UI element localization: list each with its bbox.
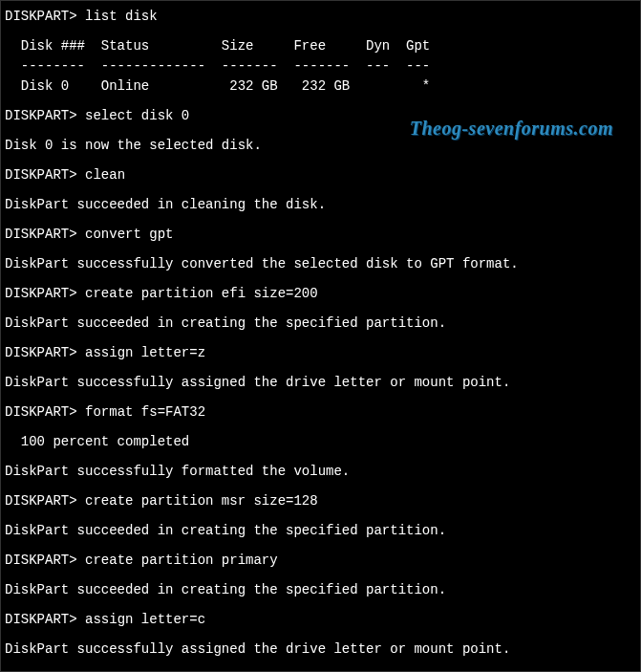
out-format-1: DiskPart successfully formatted the volu… xyxy=(5,462,636,482)
out-convert: DiskPart successfully converted the sele… xyxy=(5,254,636,274)
cmd-assign-z: DISKPART> assign letter=z xyxy=(5,343,636,363)
out-clean: DiskPart succeeded in cleaning the disk. xyxy=(5,195,636,215)
out-assign-c: DiskPart successfully assigned the drive… xyxy=(5,639,636,660)
table-divider: -------- ------------- ------- ------- -… xyxy=(5,56,636,76)
cmd-clean: DISKPART> clean xyxy=(5,165,636,185)
out-create-primary: DiskPart succeeded in creating the speci… xyxy=(5,580,636,600)
cmd-create-efi: DISKPART> create partition efi size=200 xyxy=(5,284,636,304)
out-percent-1: 100 percent completed xyxy=(5,432,636,452)
out-create-efi: DiskPart succeeded in creating the speci… xyxy=(5,314,636,334)
table-header: Disk ### Status Size Free Dyn Gpt xyxy=(5,36,636,56)
cmd-convert-gpt: DISKPART> convert gpt xyxy=(5,225,636,245)
out-assign-z: DiskPart successfully assigned the drive… xyxy=(5,373,636,393)
cmd-assign-c: DISKPART> assign letter=c xyxy=(5,610,636,630)
cmd-list-disk: DISKPART> list disk xyxy=(5,7,636,27)
out-create-msr: DiskPart succeeded in creating the speci… xyxy=(5,521,636,541)
table-row: Disk 0 Online 232 GB 232 GB * xyxy=(5,76,636,97)
cmd-create-msr: DISKPART> create partition msr size=128 xyxy=(5,491,636,511)
cmd-format-fat32: DISKPART> format fs=FAT32 xyxy=(5,402,636,423)
watermark-text: Theog-sevenforums.com xyxy=(410,114,613,142)
cmd-create-primary: DISKPART> create partition primary xyxy=(5,551,636,571)
